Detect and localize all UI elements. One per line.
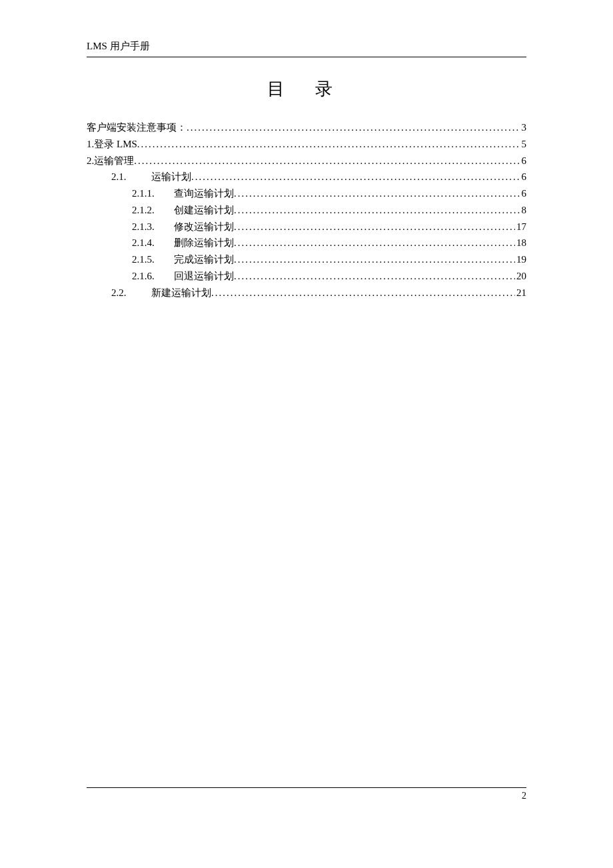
toc-entry[interactable]: 1.登录 LMS5	[87, 136, 526, 153]
toc-entry[interactable]: 2.1.6.回退运输计划20	[87, 268, 526, 285]
document-page: LMS 用户手册 目 录 客户端安装注意事项：31.登录 LMS52.运输管理6…	[0, 0, 613, 301]
toc-container: 客户端安装注意事项：31.登录 LMS52.运输管理62.1.运输计划62.1.…	[87, 119, 526, 301]
toc-entry[interactable]: 2.1.4.删除运输计划18	[87, 235, 526, 251]
toc-entry[interactable]: 2.运输管理6	[87, 153, 526, 169]
toc-entry-page: 6	[520, 169, 527, 185]
toc-entry[interactable]: 2.1.运输计划6	[87, 169, 526, 185]
toc-entry[interactable]: 2.1.5.完成运输计划19	[87, 251, 526, 268]
toc-entry-text: 新建运输计划	[151, 285, 211, 301]
toc-dots	[137, 136, 520, 153]
toc-entry-number: 2.1.4.	[132, 235, 174, 251]
toc-entry-text: 运输计划	[151, 169, 191, 185]
toc-entry-page: 6	[520, 185, 527, 202]
toc-entry-number: 2.1.5.	[132, 251, 174, 268]
toc-entry-text: 回退运输计划	[174, 268, 234, 285]
toc-entry-number: 1.	[87, 136, 94, 153]
toc-entry-text: 客户端安装注意事项：	[87, 119, 187, 136]
toc-dots	[234, 185, 520, 202]
toc-title: 目 录	[87, 77, 526, 101]
toc-entry[interactable]: 2.1.3.修改运输计划17	[87, 219, 526, 235]
toc-entry-page: 6	[520, 153, 527, 169]
toc-entry-page: 17	[515, 219, 526, 235]
toc-dots	[187, 119, 520, 136]
toc-entry-text: 完成运输计划	[174, 251, 234, 268]
toc-entry-number: 2.1.3.	[132, 219, 174, 235]
toc-entry-number: 2.1.2.	[132, 202, 174, 219]
toc-entry[interactable]: 2.2.新建运输计划21	[87, 285, 526, 301]
toc-entry-page: 3	[520, 119, 527, 136]
toc-dots	[234, 251, 515, 268]
toc-entry-text: 创建运输计划	[174, 202, 234, 219]
toc-dots	[211, 285, 515, 301]
toc-entry-number: 2.1.1.	[132, 185, 174, 202]
toc-entry-page: 8	[520, 202, 527, 219]
toc-entry-text: 修改运输计划	[174, 219, 234, 235]
document-header: LMS 用户手册	[87, 40, 526, 57]
toc-entry[interactable]: 2.1.1.查询运输计划6	[87, 185, 526, 202]
toc-entry-text: 删除运输计划	[174, 235, 234, 251]
toc-entry-number: 2.1.	[111, 169, 151, 185]
toc-dots	[134, 153, 520, 169]
toc-entry-text: 登录 LMS	[94, 136, 137, 153]
toc-dots	[234, 202, 520, 219]
toc-entry-page: 21	[515, 285, 526, 301]
page-footer: 2	[87, 787, 526, 801]
toc-entry-page: 5	[520, 136, 527, 153]
toc-entry-page: 18	[515, 235, 526, 251]
toc-entry-page: 19	[515, 251, 526, 268]
page-number: 2	[522, 791, 526, 801]
toc-entry-page: 20	[515, 268, 526, 285]
toc-entry[interactable]: 客户端安装注意事项：3	[87, 119, 526, 136]
toc-entry-text: 查询运输计划	[174, 185, 234, 202]
toc-entry-number: 2.1.6.	[132, 268, 174, 285]
toc-dots	[191, 169, 520, 185]
toc-entry[interactable]: 2.1.2.创建运输计划8	[87, 202, 526, 219]
toc-entry-text: 运输管理	[94, 153, 134, 169]
toc-dots	[234, 219, 515, 235]
toc-entry-number: 2.	[87, 153, 94, 169]
toc-entry-number: 2.2.	[111, 285, 151, 301]
toc-dots	[234, 235, 515, 251]
toc-dots	[234, 268, 515, 285]
